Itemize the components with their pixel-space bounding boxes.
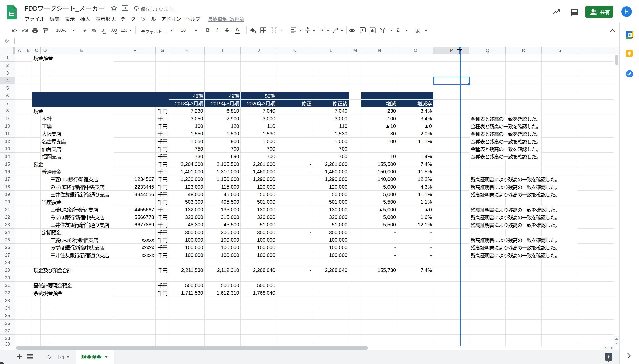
svg-text:31: 31 — [628, 33, 632, 37]
